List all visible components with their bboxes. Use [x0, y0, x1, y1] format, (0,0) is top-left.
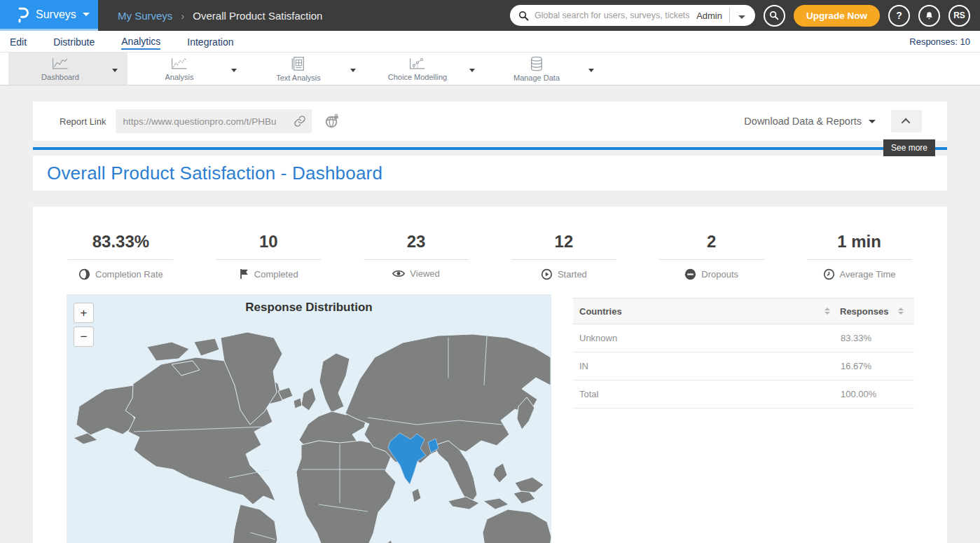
table-row: Unknown 83.33% — [573, 324, 914, 352]
download-label: Download Data & Reports — [744, 116, 862, 127]
divider — [68, 259, 173, 260]
country-cell: Total — [579, 389, 598, 399]
stat-value: 2 — [707, 232, 716, 252]
table-header: Countries Responses — [573, 298, 914, 324]
stat-completed: 10 Completed — [195, 232, 343, 280]
tab-label: Text Analysis — [276, 74, 321, 82]
link-icon — [294, 115, 306, 128]
notifications-button[interactable] — [918, 5, 940, 27]
responses-cell: 16.67% — [841, 361, 908, 371]
countries-column-header[interactable]: Countries — [579, 306, 622, 317]
topbar-actions: Admin Upgrade Now ? RS — [510, 5, 980, 27]
report-link-label: Report Link — [60, 116, 106, 127]
chevron-up-icon — [901, 118, 910, 127]
breadcrumb-current: Overall Product Satisfaction — [193, 10, 322, 22]
country-cell: IN — [579, 361, 588, 371]
stat-viewed: 23 Viewed — [343, 232, 490, 280]
text-analysis-dropdown[interactable] — [350, 62, 366, 75]
nav-integration[interactable]: Integration — [187, 34, 233, 49]
nav-analytics[interactable]: Analytics — [121, 33, 160, 50]
line-chart-icon — [51, 57, 69, 71]
chevron-down-icon — [469, 69, 475, 72]
table-row: IN 16.67% — [573, 352, 914, 380]
breadcrumb: My Surveys › Overall Product Satisfactio… — [118, 10, 322, 22]
search-input[interactable] — [534, 11, 693, 20]
stat-value: 23 — [407, 232, 426, 252]
map-zoom-controls: + − — [74, 303, 94, 347]
global-search[interactable]: Admin — [510, 5, 755, 26]
chevron-down-icon — [869, 120, 876, 123]
stat-value: 12 — [555, 232, 574, 252]
tab-dashboard[interactable]: Dashboard — [8, 53, 127, 85]
contrast-circle-icon — [78, 268, 90, 280]
help-button[interactable]: ? — [888, 5, 910, 27]
response-distribution-map[interactable]: Response Distribution + − — [67, 294, 551, 543]
sort-responses-icon[interactable] — [898, 308, 904, 315]
countries-table: Countries Responses Unknown 83.33% IN 16… — [573, 298, 914, 543]
upgrade-now-button[interactable]: Upgrade Now — [794, 5, 880, 27]
country-india[interactable] — [388, 433, 439, 484]
search-scope[interactable]: Admin — [693, 11, 729, 21]
stat-label: Dropouts — [701, 269, 738, 280]
choice-modelling-dropdown[interactable] — [469, 62, 485, 75]
survey-nav: Edit Distribute Analytics Integration Re… — [0, 31, 980, 53]
nav-edit[interactable]: Edit — [10, 34, 27, 49]
responses-column-header[interactable]: Responses — [840, 306, 888, 317]
globe-lock-icon[interactable] — [324, 114, 340, 129]
dashboard-card: 83.33% Completion Rate 10 Completed 23 — [33, 207, 947, 543]
analysis-dropdown[interactable] — [231, 62, 247, 75]
tab-label: Analysis — [165, 73, 194, 81]
chevron-down-icon — [738, 15, 745, 19]
eye-icon — [392, 269, 405, 278]
tab-choice-modelling[interactable]: Choice Modelling — [366, 53, 485, 85]
bell-icon — [924, 11, 934, 21]
chevron-down-icon — [588, 69, 594, 72]
divider — [364, 259, 469, 260]
tab-text-analysis[interactable]: Text Analysis — [247, 53, 366, 85]
dashboard-dropdown[interactable] — [112, 62, 127, 75]
responses-count: Responses: 10 — [909, 36, 970, 47]
stat-started: 12 Started — [490, 232, 637, 280]
search-button[interactable] — [764, 5, 785, 27]
breadcrumb-my-surveys[interactable]: My Surveys — [118, 10, 172, 22]
country-cell: Unknown — [579, 333, 617, 343]
chevron-down-icon — [83, 13, 90, 16]
world-map — [67, 294, 551, 543]
flag-icon — [239, 268, 249, 280]
table-row: Total 100.00% — [573, 380, 914, 408]
stat-label: Viewed — [410, 268, 439, 279]
report-url-field[interactable]: https://www.questionpro.com/t/PHBu — [116, 109, 312, 133]
tab-label: Manage Data — [513, 74, 560, 82]
avatar[interactable]: RS — [948, 5, 970, 27]
stat-dropouts: 2 Dropouts — [637, 232, 785, 280]
stat-value: 10 — [259, 232, 278, 252]
stat-value: 1 min — [837, 232, 881, 252]
divider — [216, 259, 321, 260]
stat-label: Completion Rate — [95, 269, 163, 280]
text-grid-icon — [291, 56, 306, 71]
divider — [659, 259, 764, 260]
surveys-menu[interactable]: Surveys — [0, 0, 98, 31]
search-icon — [518, 11, 529, 21]
divider — [807, 259, 912, 260]
zoom-out-button[interactable]: − — [74, 327, 94, 347]
chevron-down-icon — [231, 69, 237, 72]
tab-manage-data[interactable]: Manage Data — [485, 53, 604, 85]
manage-data-dropdown[interactable] — [588, 62, 604, 75]
stats-row: 83.33% Completion Rate 10 Completed 23 — [33, 207, 947, 280]
download-data-reports-menu[interactable]: Download Data & Reports — [744, 116, 876, 127]
tab-analysis[interactable]: Analysis — [127, 53, 247, 85]
chevron-down-icon — [112, 69, 118, 72]
divider — [511, 259, 616, 260]
scatter-chart-icon — [408, 57, 427, 71]
stat-completion-rate: 83.33% Completion Rate — [47, 232, 195, 280]
nav-distribute[interactable]: Distribute — [53, 34, 95, 49]
sort-countries-icon[interactable] — [824, 308, 830, 315]
tab-label: Dashboard — [41, 73, 79, 81]
collapse-header-button[interactable] — [891, 110, 922, 132]
search-scope-dropdown[interactable] — [730, 9, 748, 22]
topbar: Surveys My Surveys › Overall Product Sat… — [0, 0, 980, 31]
analytics-toolbar: Dashboard Analysis Text Analysis Choice … — [0, 53, 980, 85]
zoom-in-button[interactable]: + — [74, 303, 94, 323]
responses-cell: 100.00% — [841, 389, 908, 399]
